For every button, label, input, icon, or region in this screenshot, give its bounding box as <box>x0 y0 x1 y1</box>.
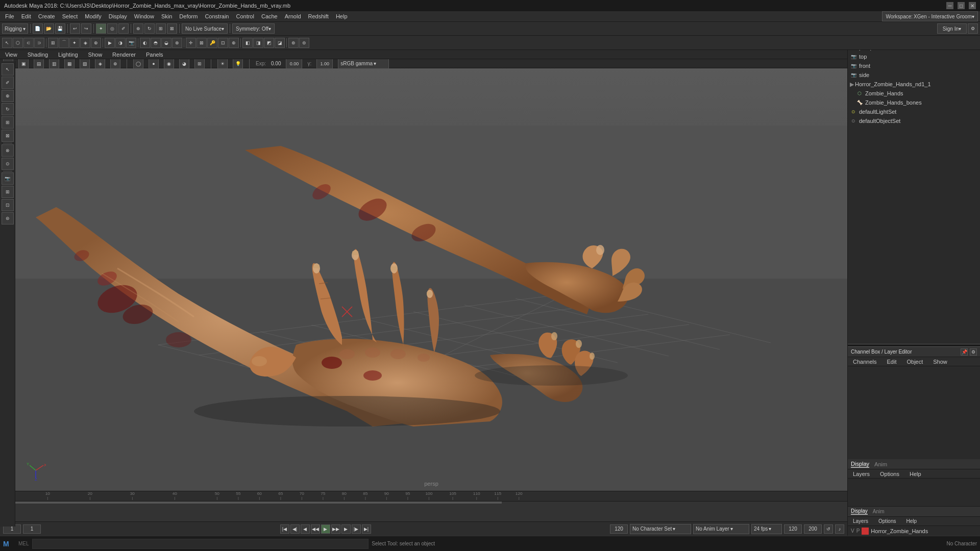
outliner-item-horror-group[interactable]: ▶ Horror_Zombie_Hands_nd1_1 <box>848 80 980 89</box>
deform3-btn[interactable]: ◒ <box>161 38 172 48</box>
timeline-content[interactable] <box>0 502 847 522</box>
shading3[interactable]: ◉ <box>164 59 174 69</box>
show-manip-btn[interactable]: ⊙ <box>2 158 14 170</box>
snap-view-btn[interactable]: ⊞ <box>2 186 14 198</box>
view-tool6[interactable]: ▧ <box>80 59 90 69</box>
go-start-btn[interactable]: |◀ <box>280 524 289 534</box>
snap-curve-btn[interactable]: ⌒ <box>59 38 69 48</box>
menu-file[interactable]: File <box>2 12 17 20</box>
options-menu[interactable]: Options <box>877 470 902 478</box>
deform1-btn[interactable]: ◐ <box>140 38 150 48</box>
menu-deform[interactable]: Deform <box>176 12 201 20</box>
snap-surface-btn[interactable]: ◈ <box>80 38 90 48</box>
menu-constrain[interactable]: Constrain <box>202 12 232 20</box>
transform-btn[interactable]: ⊠ <box>167 23 177 34</box>
outliner-item-zombie-hands[interactable]: ⬡ Zombie_Hands <box>848 89 980 98</box>
lasso-btn[interactable]: ◎ <box>107 23 117 34</box>
plus-btn[interactable]: ✛ <box>186 38 196 48</box>
menu-create[interactable]: Create <box>35 12 58 20</box>
undo-btn[interactable]: ↩ <box>70 23 80 34</box>
anim-tab[interactable]: Anim <box>874 461 887 467</box>
shading2[interactable]: ● <box>149 59 159 69</box>
rotate-mode-btn[interactable]: ↻ <box>2 103 14 115</box>
viewport[interactable]: persp X Y Z <box>15 61 847 491</box>
view-tool4[interactable]: ▥ <box>49 59 59 69</box>
scale-mode-btn[interactable]: ⊞ <box>2 116 14 129</box>
open-btn[interactable]: 📂 <box>44 23 54 34</box>
deform4-btn[interactable]: ⊗ <box>172 38 182 48</box>
snap-together-btn[interactable]: ⊠ <box>197 38 207 48</box>
step-fwd-btn[interactable]: |▶ <box>352 524 361 534</box>
menu-edit[interactable]: Edit <box>18 12 34 20</box>
menu-display[interactable]: Display <box>106 12 130 20</box>
show-menu[interactable]: Show <box>85 51 106 59</box>
transform-mode-btn[interactable]: ⊠ <box>2 130 14 142</box>
menu-cache[interactable]: Cache <box>258 12 281 20</box>
skin4-btn[interactable]: ◪ <box>275 38 285 48</box>
maximize-button[interactable]: □ <box>958 2 965 9</box>
lighting-menu[interactable]: Lighting <box>55 51 81 59</box>
command-input[interactable] <box>32 539 369 549</box>
scale-btn[interactable]: ⊞ <box>156 23 166 34</box>
loop-btn[interactable]: ↺ <box>824 524 833 534</box>
view-tool3[interactable]: ▤ <box>34 59 44 69</box>
anim-tab-bottom[interactable]: Anim <box>873 509 885 514</box>
snap-grid-btn[interactable]: ⊞ <box>48 38 58 48</box>
display-tab[interactable]: Display <box>851 461 869 468</box>
extra2-btn[interactable]: ⊜ <box>299 38 309 48</box>
anim2-btn[interactable]: ⊕ <box>229 38 239 48</box>
view-tool2[interactable]: ▣ <box>18 59 29 69</box>
play-fwd-btn[interactable]: ▶▶ <box>331 524 340 534</box>
menu-modify[interactable]: Modify <box>82 12 104 20</box>
menu-skin[interactable]: Skin <box>158 12 175 20</box>
anim1-btn[interactable]: ⊡ <box>218 38 228 48</box>
soft-select-btn[interactable]: ⊃ <box>34 38 44 48</box>
channel-box-settings[interactable]: ⚙ <box>970 348 977 356</box>
light1[interactable]: ☀ <box>217 59 228 69</box>
range-end-input[interactable] <box>610 524 628 534</box>
select-mode-btn[interactable]: ↖ <box>2 63 14 76</box>
prev-frame-btn[interactable]: ◀ <box>301 524 310 534</box>
snap-center-btn[interactable]: ⊕ <box>91 38 101 48</box>
audio-btn[interactable]: ♪ <box>835 524 844 534</box>
panels-menu[interactable]: Panels <box>143 51 166 59</box>
renderer-menu[interactable]: Renderer <box>109 51 139 59</box>
grid-view-btn[interactable]: ⊡ <box>2 199 14 211</box>
rotate-btn[interactable]: ↻ <box>144 23 155 34</box>
edit-menu[interactable]: Edit <box>884 358 899 366</box>
max-end-input[interactable] <box>784 524 802 534</box>
go-end-btn[interactable]: ▶| <box>362 524 371 534</box>
fps-selector[interactable]: 24 fps ▾ <box>751 524 782 534</box>
layer-view-btn[interactable]: ⊜ <box>2 212 14 224</box>
soft-mod-btn[interactable]: ⊗ <box>2 144 14 157</box>
shading-menu[interactable]: Shading <box>24 51 51 59</box>
shading4[interactable]: ◕ <box>179 59 189 69</box>
menu-control[interactable]: Control <box>233 12 257 20</box>
ipr-btn[interactable]: ◑ <box>115 38 126 48</box>
skin3-btn[interactable]: ◩ <box>264 38 274 48</box>
channel-box-pin[interactable]: 📌 <box>961 348 968 356</box>
move-mode-btn[interactable]: ⊕ <box>2 90 14 102</box>
no-live-surface-btn[interactable]: No Live Surface ▾ <box>182 23 228 34</box>
move-btn[interactable]: ⊕ <box>133 23 143 34</box>
no-character-set-selector[interactable]: No Character Set ▾ <box>630 524 691 534</box>
outliner-item-top[interactable]: 📷 top <box>848 52 980 61</box>
show-menu-cb[interactable]: Show <box>930 358 950 366</box>
outliner-item-front[interactable]: 📷 front <box>848 61 980 70</box>
next-frame-btn[interactable]: ▶ <box>341 524 351 534</box>
menu-window[interactable]: Window <box>131 12 157 20</box>
exp-field[interactable]: 0.00 <box>286 59 302 69</box>
channels-menu[interactable]: Channels <box>850 358 879 366</box>
select-arrow-btn[interactable]: ↖ <box>2 38 12 48</box>
workspace-selector[interactable]: Workspace: XGen - Interactive Groom▾ <box>882 11 978 21</box>
shading1[interactable]: ◯ <box>133 59 143 69</box>
display-tab-bottom[interactable]: Display <box>851 508 868 515</box>
new-scene-btn[interactable]: 📄 <box>33 23 43 34</box>
menu-arnold[interactable]: Arnold <box>282 12 304 20</box>
camera-btn[interactable]: 📷 <box>126 38 136 48</box>
light2[interactable]: 💡 <box>233 59 243 69</box>
close-button[interactable]: ✕ <box>969 2 976 9</box>
select-tool-btn[interactable]: ✦ <box>96 23 106 34</box>
gamma-field[interactable]: 1.00 <box>316 59 333 69</box>
play-btn[interactable]: ▶ <box>321 524 330 534</box>
